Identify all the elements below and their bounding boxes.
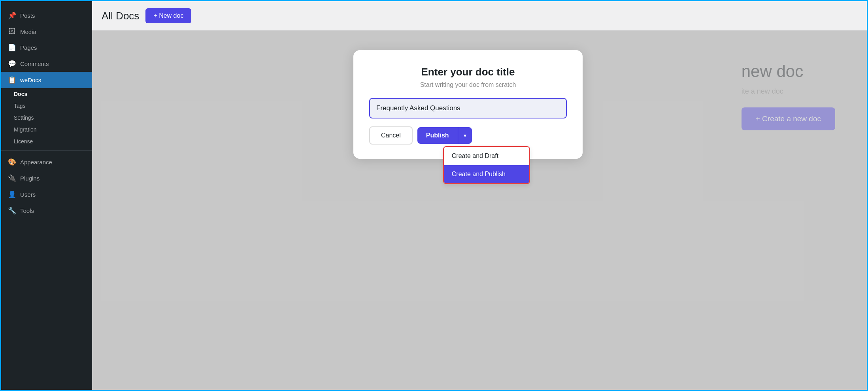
pages-icon: 📄 xyxy=(8,43,16,52)
appearance-icon: 🎨 xyxy=(8,158,16,166)
sidebar-sub-label-migration: Migration xyxy=(14,126,37,133)
sidebar-label-posts: Posts xyxy=(20,12,35,19)
sidebar-label-comments: Comments xyxy=(20,60,49,67)
sidebar-label-pages: Pages xyxy=(20,44,37,51)
sidebar-sub-license[interactable]: License xyxy=(1,135,92,147)
cancel-button[interactable]: Cancel xyxy=(369,126,413,145)
posts-icon: 📌 xyxy=(8,11,16,20)
plugins-icon: 🔌 xyxy=(8,174,16,182)
create-doc-modal: Enter your doc title Start writing your … xyxy=(353,50,583,159)
sidebar-item-tools[interactable]: 🔧 Tools xyxy=(1,203,92,219)
topbar: All Docs + New doc xyxy=(92,1,867,30)
sidebar-item-users[interactable]: 👤 Users xyxy=(1,186,92,203)
sidebar-item-posts[interactable]: 📌 Posts xyxy=(1,8,92,24)
sidebar-item-wedocs[interactable]: 📋 weDocs xyxy=(1,72,92,88)
tools-icon: 🔧 xyxy=(8,207,16,215)
sidebar-sub-settings[interactable]: Settings xyxy=(1,112,92,124)
content-area: new doc ite a new doc + Create a new doc… xyxy=(92,30,867,390)
comments-icon: 💬 xyxy=(8,60,16,68)
sidebar-sub-tags[interactable]: Tags xyxy=(1,100,92,112)
sidebar-label-wedocs: weDocs xyxy=(20,77,41,83)
publish-chevron-button[interactable]: ▾ xyxy=(458,127,472,144)
sidebar-item-plugins[interactable]: 🔌 Plugins xyxy=(1,170,92,186)
doc-title-input[interactable] xyxy=(369,98,567,118)
sidebar-label-tools: Tools xyxy=(20,207,34,214)
sidebar-label-media: Media xyxy=(20,28,36,35)
sidebar-item-comments[interactable]: 💬 Comments xyxy=(1,56,92,72)
sidebar-label-plugins: Plugins xyxy=(20,175,40,182)
modal-title: Enter your doc title xyxy=(369,66,567,78)
sidebar-item-appearance[interactable]: 🎨 Appearance xyxy=(1,154,92,170)
sidebar-sub-label-license: License xyxy=(14,138,33,145)
sidebar-sub-label-settings: Settings xyxy=(14,115,34,121)
sidebar-sub-label-tags: Tags xyxy=(14,103,26,109)
users-icon: 👤 xyxy=(8,190,16,199)
sidebar-sub-migration[interactable]: Migration xyxy=(1,124,92,135)
page-title: All Docs xyxy=(102,10,139,22)
sidebar: 📌 Posts 🖼 Media 📄 Pages 💬 Comments 📋 weD… xyxy=(1,1,92,390)
publish-dropdown-menu: Create and Draft Create and Publish xyxy=(443,146,530,184)
chevron-down-icon: ▾ xyxy=(464,132,466,139)
sidebar-item-media[interactable]: 🖼 Media xyxy=(1,24,92,39)
dropdown-item-create-publish[interactable]: Create and Publish xyxy=(444,165,529,183)
dropdown-item-create-draft[interactable]: Create and Draft xyxy=(444,147,529,165)
new-doc-button[interactable]: + New doc xyxy=(145,8,191,23)
sidebar-label-users: Users xyxy=(20,191,36,198)
publish-button-group: Publish ▾ Create and Draft Create and Pu… xyxy=(417,127,472,144)
wedocs-icon: 📋 xyxy=(8,76,16,84)
sidebar-sub-docs[interactable]: Docs xyxy=(1,88,92,100)
sidebar-item-pages[interactable]: 📄 Pages xyxy=(1,39,92,56)
media-icon: 🖼 xyxy=(8,28,16,36)
sidebar-divider xyxy=(1,150,92,151)
modal-actions: Cancel Publish ▾ Create and Draft Create… xyxy=(369,126,567,145)
sidebar-sub-label-docs: Docs xyxy=(14,91,27,97)
main-area: All Docs + New doc new doc ite a new doc… xyxy=(92,1,867,390)
modal-subtitle: Start writing your doc from scratch xyxy=(369,81,567,88)
sidebar-label-appearance: Appearance xyxy=(20,159,52,165)
publish-main-button[interactable]: Publish xyxy=(417,127,458,144)
